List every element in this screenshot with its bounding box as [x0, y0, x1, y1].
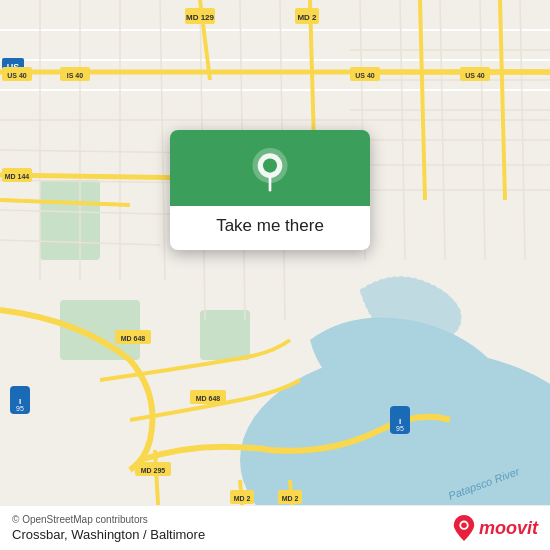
svg-point-79 — [461, 522, 467, 528]
location-label: Crossbar, Washington / Baltimore — [12, 527, 205, 542]
location-pin-icon — [248, 148, 292, 192]
moovit-pin-icon — [453, 515, 475, 541]
popup-card: Take me there — [170, 130, 370, 250]
bottom-bar: © OpenStreetMap contributors Crossbar, W… — [0, 505, 550, 550]
moovit-logo: moovit — [453, 515, 538, 541]
popup-header — [170, 130, 370, 206]
popup-body: Take me there — [170, 206, 370, 250]
map-background — [0, 0, 550, 550]
take-me-there-button[interactable]: Take me there — [216, 216, 324, 236]
map-container: US 1 I 95 I 95 MD 129 MD 2 MD 144 US 40 … — [0, 0, 550, 550]
moovit-text: moovit — [479, 518, 538, 539]
attribution-text: © OpenStreetMap contributors — [12, 514, 205, 525]
svg-point-77 — [263, 159, 277, 173]
